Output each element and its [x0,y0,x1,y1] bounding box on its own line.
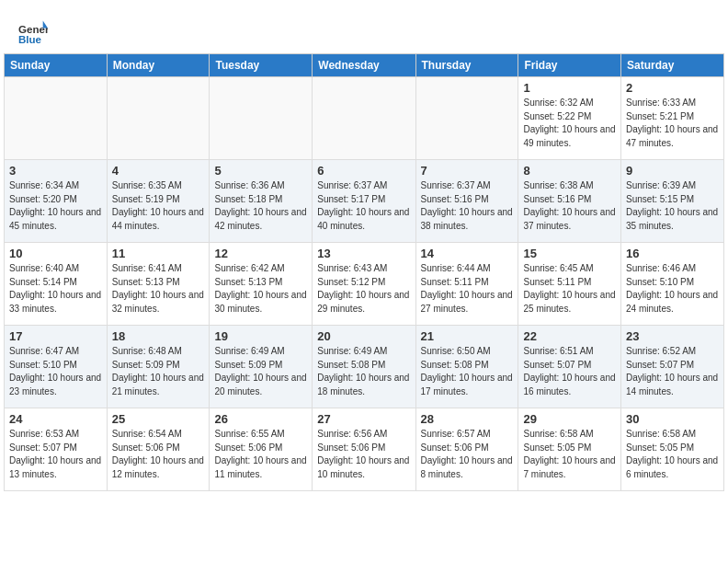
day-cell: 7Sunrise: 6:37 AMSunset: 5:16 PMDaylight… [415,160,518,243]
day-info: Sunrise: 6:41 AMSunset: 5:13 PMDaylight:… [112,262,205,316]
day-info: Sunrise: 6:44 AMSunset: 5:11 PMDaylight:… [421,262,514,316]
calendar-table: SundayMondayTuesdayWednesdayThursdayFrid… [4,53,724,491]
day-number: 27 [317,412,410,426]
weekday-sunday: Sunday [5,54,108,77]
day-cell: 1Sunrise: 6:32 AMSunset: 5:22 PMDaylight… [518,77,621,160]
day-number: 8 [523,164,616,178]
day-cell: 3Sunrise: 6:34 AMSunset: 5:20 PMDaylight… [5,160,108,243]
day-number: 10 [9,247,102,260]
day-number: 30 [626,412,719,426]
day-info: Sunrise: 6:58 AMSunset: 5:05 PMDaylight:… [523,428,616,481]
day-cell: 9Sunrise: 6:39 AMSunset: 5:15 PMDaylight… [621,160,724,243]
day-number: 15 [523,247,616,260]
day-cell: 30Sunrise: 6:58 AMSunset: 5:05 PMDayligh… [621,408,724,491]
day-cell: 15Sunrise: 6:45 AMSunset: 5:11 PMDayligh… [518,243,621,326]
week-row-2: 3Sunrise: 6:34 AMSunset: 5:20 PMDaylight… [5,160,724,243]
day-cell: 26Sunrise: 6:55 AMSunset: 5:06 PMDayligh… [210,408,313,491]
day-number: 9 [626,164,719,178]
calendar-wrapper: SundayMondayTuesdayWednesdayThursdayFrid… [0,53,728,495]
day-cell: 6Sunrise: 6:37 AMSunset: 5:17 PMDaylight… [313,160,415,243]
day-number: 1 [523,81,616,95]
day-info: Sunrise: 6:32 AMSunset: 5:22 PMDaylight:… [523,97,616,150]
day-number: 11 [112,247,205,260]
weekday-saturday: Saturday [621,54,724,77]
day-info: Sunrise: 6:36 AMSunset: 5:18 PMDaylight:… [214,179,307,233]
day-cell: 17Sunrise: 6:47 AMSunset: 5:10 PMDayligh… [5,326,108,408]
day-cell: 14Sunrise: 6:44 AMSunset: 5:11 PMDayligh… [415,243,518,326]
day-cell: 4Sunrise: 6:35 AMSunset: 5:19 PMDaylight… [107,160,210,243]
day-info: Sunrise: 6:34 AMSunset: 5:20 PMDaylight:… [9,179,102,233]
day-cell [210,77,313,160]
day-number: 20 [317,329,410,343]
day-info: Sunrise: 6:38 AMSunset: 5:16 PMDaylight:… [523,179,616,233]
day-number: 19 [214,329,307,343]
day-info: Sunrise: 6:45 AMSunset: 5:11 PMDaylight:… [523,262,616,316]
day-number: 2 [626,81,719,95]
svg-text:Blue: Blue [18,34,42,45]
day-info: Sunrise: 6:39 AMSunset: 5:15 PMDaylight:… [626,179,719,233]
day-cell: 8Sunrise: 6:38 AMSunset: 5:16 PMDaylight… [518,160,621,243]
weekday-friday: Friday [518,54,621,77]
day-info: Sunrise: 6:49 AMSunset: 5:08 PMDaylight:… [317,345,410,398]
day-number: 7 [421,164,514,178]
day-info: Sunrise: 6:51 AMSunset: 5:07 PMDaylight:… [523,345,616,398]
day-info: Sunrise: 6:52 AMSunset: 5:07 PMDaylight:… [626,345,719,398]
day-cell: 13Sunrise: 6:43 AMSunset: 5:12 PMDayligh… [313,243,415,326]
day-info: Sunrise: 6:37 AMSunset: 5:16 PMDaylight:… [421,179,514,233]
week-row-3: 10Sunrise: 6:40 AMSunset: 5:14 PMDayligh… [5,243,724,326]
day-cell: 19Sunrise: 6:49 AMSunset: 5:09 PMDayligh… [210,326,313,408]
day-number: 18 [112,329,205,343]
day-info: Sunrise: 6:42 AMSunset: 5:13 PMDaylight:… [214,262,307,316]
day-info: Sunrise: 6:55 AMSunset: 5:06 PMDaylight:… [214,428,307,481]
day-info: Sunrise: 6:57 AMSunset: 5:06 PMDaylight:… [421,428,514,481]
day-cell: 10Sunrise: 6:40 AMSunset: 5:14 PMDayligh… [5,243,108,326]
day-cell: 2Sunrise: 6:33 AMSunset: 5:21 PMDaylight… [621,77,724,160]
day-number: 3 [9,164,102,178]
day-cell: 23Sunrise: 6:52 AMSunset: 5:07 PMDayligh… [621,326,724,408]
day-number: 4 [112,164,205,178]
day-number: 13 [317,247,410,260]
day-cell [313,77,415,160]
day-info: Sunrise: 6:50 AMSunset: 5:08 PMDaylight:… [421,345,514,398]
day-cell [107,77,210,160]
day-cell: 12Sunrise: 6:42 AMSunset: 5:13 PMDayligh… [210,243,313,326]
logo-icon: General Blue [18,17,48,46]
day-cell [415,77,518,160]
day-number: 14 [421,247,514,260]
week-row-1: 1Sunrise: 6:32 AMSunset: 5:22 PMDaylight… [5,77,724,160]
day-info: Sunrise: 6:35 AMSunset: 5:19 PMDaylight:… [112,179,205,233]
week-row-5: 24Sunrise: 6:53 AMSunset: 5:07 PMDayligh… [5,408,724,491]
day-number: 23 [626,329,719,343]
logo: General Blue [18,17,48,46]
day-number: 12 [214,247,307,260]
day-info: Sunrise: 6:49 AMSunset: 5:09 PMDaylight:… [214,345,307,398]
week-row-4: 17Sunrise: 6:47 AMSunset: 5:10 PMDayligh… [5,326,724,408]
day-number: 6 [317,164,410,178]
day-info: Sunrise: 6:54 AMSunset: 5:06 PMDaylight:… [112,428,205,481]
weekday-monday: Monday [107,54,210,77]
weekday-header-row: SundayMondayTuesdayWednesdayThursdayFrid… [5,54,724,77]
day-cell: 29Sunrise: 6:58 AMSunset: 5:05 PMDayligh… [518,408,621,491]
weekday-thursday: Thursday [415,54,518,77]
day-number: 25 [112,412,205,426]
day-cell: 5Sunrise: 6:36 AMSunset: 5:18 PMDaylight… [210,160,313,243]
weekday-wednesday: Wednesday [313,54,415,77]
day-cell: 18Sunrise: 6:48 AMSunset: 5:09 PMDayligh… [107,326,210,408]
day-number: 21 [421,329,514,343]
header: General Blue [0,0,728,53]
day-info: Sunrise: 6:56 AMSunset: 5:06 PMDaylight:… [317,428,410,481]
day-number: 22 [523,329,616,343]
day-info: Sunrise: 6:33 AMSunset: 5:21 PMDaylight:… [626,97,719,150]
day-number: 26 [214,412,307,426]
day-number: 29 [523,412,616,426]
day-info: Sunrise: 6:48 AMSunset: 5:09 PMDaylight:… [112,345,205,398]
day-cell [5,77,108,160]
day-cell: 22Sunrise: 6:51 AMSunset: 5:07 PMDayligh… [518,326,621,408]
day-cell: 21Sunrise: 6:50 AMSunset: 5:08 PMDayligh… [415,326,518,408]
day-cell: 28Sunrise: 6:57 AMSunset: 5:06 PMDayligh… [415,408,518,491]
day-number: 5 [214,164,307,178]
day-info: Sunrise: 6:40 AMSunset: 5:14 PMDaylight:… [9,262,102,316]
day-info: Sunrise: 6:37 AMSunset: 5:17 PMDaylight:… [317,179,410,233]
day-cell: 16Sunrise: 6:46 AMSunset: 5:10 PMDayligh… [621,243,724,326]
day-info: Sunrise: 6:43 AMSunset: 5:12 PMDaylight:… [317,262,410,316]
